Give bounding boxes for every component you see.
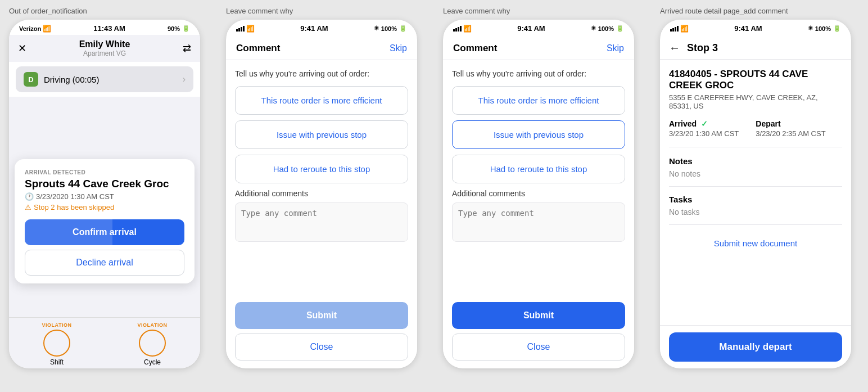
screen2-comment-body: Tell us why you're arriving out of order… <box>226 60 417 296</box>
manually-depart-button[interactable]: Manually depart <box>669 332 842 362</box>
screen3-close-button[interactable]: Close <box>452 334 625 361</box>
screen4-phone: 📶 9:41 AM ✳ 100% 🔋 ← Stop 3 41840405 - S… <box>660 20 851 368</box>
cycle-label: Cycle <box>144 358 161 366</box>
back-arrow-icon[interactable]: ← <box>669 42 680 55</box>
stop-title: Stop 3 <box>687 42 718 54</box>
signal-icon-s3 <box>453 26 462 31</box>
screen3-comment-header: Comment Skip <box>443 35 634 60</box>
screen2-option-2[interactable]: Issue with previous stop <box>235 120 408 149</box>
screen2-wrapper: Leave comment why 📶 9:41 AM ✳ 100% 🔋 Com… <box>217 0 434 392</box>
bt-icon-s4: ✳ <box>808 25 813 32</box>
screen3-option-2[interactable]: Issue with previous stop <box>452 120 625 149</box>
screen2-close-button[interactable]: Close <box>235 334 408 361</box>
route-times: Arrived ✓ 3/23/20 1:30 AM CST Depart 3/2… <box>669 119 842 147</box>
screen3-comment-body: Tell us why you're arriving out of order… <box>443 60 634 296</box>
screen1-battery-pct: 90% <box>168 25 180 32</box>
screen3-comment-footer: Submit Close <box>443 296 634 368</box>
shift-circle <box>43 330 70 357</box>
warning-icon: ⚠ <box>25 203 31 211</box>
battery-icon-s2: 🔋 <box>399 25 407 32</box>
screen3-skip-button[interactable]: Skip <box>607 43 624 53</box>
cycle-violation-label: VIOLATION <box>138 322 168 328</box>
arrival-popup: ARRIVAL DETECTED Sprouts 44 Cave Creek G… <box>15 159 195 283</box>
tasks-title: Tasks <box>669 195 842 204</box>
screen1-phone: Verizon 📶 11:43 AM 90% 🔋 ✕ Emily White A… <box>9 20 200 368</box>
screen3-battery: 100% <box>598 25 614 32</box>
bt-icon-s3: ✳ <box>591 25 596 32</box>
screen3-prompt: Tell us why you're arriving out of order… <box>452 69 625 78</box>
clock-icon: 🕐 <box>25 192 34 201</box>
driving-bar[interactable]: D Driving (00:05) › <box>16 66 193 92</box>
route-body: 41840405 - SPROUTS 44 CAVE CREEK GROC 53… <box>660 60 851 325</box>
screen3-additional-label: Additional comments <box>452 189 625 198</box>
decline-arrival-button[interactable]: Decline arrival <box>25 250 184 276</box>
screen2-submit-button[interactable]: Submit <box>235 302 408 329</box>
screen3-comment-title: Comment <box>453 43 497 54</box>
battery-icon-s3: 🔋 <box>616 25 624 32</box>
arrival-skip-warning: ⚠ Stop 2 has been skipped <box>25 203 184 211</box>
screen3-status-bar: 📶 9:41 AM ✳ 100% 🔋 <box>443 20 634 35</box>
screen3-phone: 📶 9:41 AM ✳ 100% 🔋 Comment Skip Tell us … <box>443 20 634 368</box>
wifi-icon-s3: 📶 <box>463 25 472 33</box>
screen2-additional-label: Additional comments <box>235 189 408 198</box>
arrival-time-value: 3/23/2020 1:30 AM CST <box>36 192 114 201</box>
screen4-status-bar: 📶 9:41 AM ✳ 100% 🔋 <box>660 20 851 35</box>
skip-warning-text: Stop 2 has been skipped <box>34 203 114 211</box>
screen2-comment-header: Comment Skip <box>226 35 417 60</box>
screen3-submit-button[interactable]: Submit <box>452 302 625 329</box>
screen3-option-3[interactable]: Had to reroute to this stop <box>452 155 625 183</box>
shift-tab[interactable]: VIOLATION Shift <box>42 322 72 366</box>
cycle-tab[interactable]: VIOLATION Cycle <box>138 322 168 366</box>
driving-label: Driving (00:05) <box>44 75 177 84</box>
swap-icon[interactable]: ⇄ <box>183 42 191 55</box>
driver-name: Emily White <box>79 39 130 49</box>
screen1-wrapper: Out of order_notification Verizon 📶 11:4… <box>0 0 217 392</box>
submit-doc-link[interactable]: Submit new document <box>669 233 842 254</box>
screen2-option-1[interactable]: This route order is more efficient <box>235 86 408 115</box>
driver-info: Emily White Apartment VG <box>79 39 130 57</box>
screen2-skip-button[interactable]: Skip <box>390 43 407 53</box>
depart-block: Depart 3/23/20 2:35 AM CST <box>756 119 825 138</box>
wifi-icon: 📶 <box>43 25 51 33</box>
screen1-header: ✕ Emily White Apartment VG ⇄ <box>9 35 200 62</box>
screen3-status-left: 📶 <box>453 25 472 33</box>
screen1-status-bar: Verizon 📶 11:43 AM 90% 🔋 <box>9 20 200 35</box>
route-footer: Manually depart <box>660 325 851 368</box>
arrived-block: Arrived ✓ 3/23/20 1:30 AM CST <box>669 119 739 138</box>
screen2-comment-footer: Submit Close <box>226 296 417 368</box>
screen4-status-right: ✳ 100% 🔋 <box>808 25 841 32</box>
depart-label: Depart <box>756 119 825 128</box>
screen1-status-right: 90% 🔋 <box>168 25 190 32</box>
signal-icon <box>236 26 245 31</box>
screen3-label: Leave comment why <box>443 7 510 15</box>
screen2-time: 9:41 AM <box>300 24 328 33</box>
route-address: 5355 E CAREFREE HWY, CAVE CREEK, AZ, 853… <box>669 93 842 110</box>
screen3-comment-input[interactable] <box>452 202 625 242</box>
confirm-arrival-button[interactable]: Confirm arrival <box>25 219 184 245</box>
cycle-circle <box>139 330 166 357</box>
screen2-status-left: 📶 <box>236 25 255 33</box>
carrier-text: Verizon <box>19 25 41 32</box>
battery-icon-s4: 🔋 <box>833 25 841 32</box>
arrival-time: 🕐 3/23/2020 1:30 AM CST <box>25 192 184 201</box>
bottom-tabs: VIOLATION Shift VIOLATION Cycle <box>9 317 200 368</box>
battery-icon: 🔋 <box>182 25 190 32</box>
screen2-status-bar: 📶 9:41 AM ✳ 100% 🔋 <box>226 20 417 35</box>
screen2-option-3[interactable]: Had to reroute to this stop <box>235 155 408 183</box>
screen1-time: 11:43 AM <box>93 24 125 33</box>
screen4-label: Arrived route detail page_add comment <box>660 7 788 15</box>
depart-value: 3/23/20 2:35 AM CST <box>756 129 825 138</box>
signal-icon-s4 <box>670 26 679 31</box>
route-name: Apartment VG <box>79 49 130 57</box>
screen2-status-right: ✳ 100% 🔋 <box>374 25 407 32</box>
arrived-label: Arrived ✓ <box>669 119 739 128</box>
screen2-prompt: Tell us why you're arriving out of order… <box>235 69 408 78</box>
arrival-place-name: Sprouts 44 Cave Creek Groc <box>25 178 184 190</box>
route-header: ← Stop 3 <box>660 35 851 60</box>
arrived-check-icon: ✓ <box>701 119 708 128</box>
screen2-comment-input[interactable] <box>235 202 408 242</box>
screen2-comment-title: Comment <box>236 43 280 54</box>
close-icon[interactable]: ✕ <box>18 42 26 55</box>
screen3-option-1[interactable]: This route order is more efficient <box>452 86 625 115</box>
screen1-label: Out of order_notification <box>9 7 87 15</box>
